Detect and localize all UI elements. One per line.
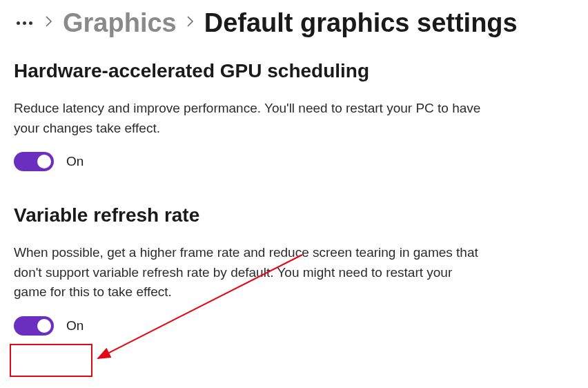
breadcrumb-prev[interactable]: Graphics: [63, 8, 177, 38]
chevron-right-icon: [45, 15, 53, 31]
section-description: Reduce latency and improve performance. …: [14, 99, 483, 138]
more-icon[interactable]: [14, 16, 35, 30]
gpu-scheduling-toggle[interactable]: [14, 152, 54, 171]
section-title: Variable refresh rate: [14, 204, 574, 226]
section-gpu-scheduling: Hardware-accelerated GPU scheduling Redu…: [14, 60, 574, 171]
toggle-state-label: On: [66, 154, 84, 169]
section-description: When possible, get a higher frame rate a…: [14, 243, 483, 302]
vrr-toggle[interactable]: [14, 316, 54, 336]
toggle-row: On: [14, 152, 574, 171]
toggle-row: On: [14, 316, 574, 336]
toggle-state-label: On: [66, 318, 84, 333]
breadcrumb: Graphics Default graphics settings: [0, 0, 588, 38]
annotation-highlight-box: [10, 344, 92, 377]
chevron-right-icon: [186, 15, 195, 31]
breadcrumb-current: Default graphics settings: [204, 8, 518, 38]
section-title: Hardware-accelerated GPU scheduling: [14, 60, 574, 82]
section-vrr: Variable refresh rate When possible, get…: [14, 204, 574, 336]
